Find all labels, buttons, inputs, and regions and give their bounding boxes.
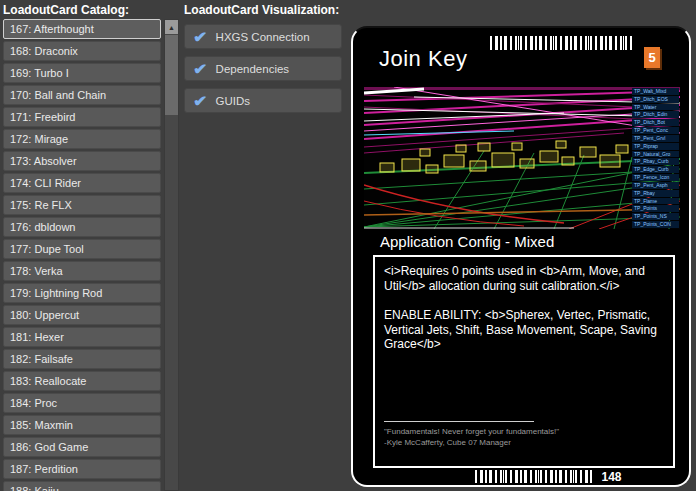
checkmark-icon: ✔ [193,92,207,110]
catalog-item[interactable]: 169: Turbo I [3,63,161,83]
catalog-item[interactable]: 176: dbldown [3,217,161,237]
card-art: TP_Walt_Mixd TP_Ditch_EOS TP_Water TP_Di… [364,87,680,229]
catalog-item[interactable]: 168: Draconix [3,41,161,61]
art-layer-label: TP_Ditch_Edin [632,111,679,118]
visualization-title: LoadoutCard Visualization: [184,3,348,17]
loadout-card-preview: Join Key 5 [351,26,691,487]
toggle-label: GUIDs [216,95,251,107]
art-layer-label: TP_Pent_Grvl [632,135,679,142]
art-layer-label: TP_Walt_Mixd [632,88,679,95]
checkmark-icon: ✔ [193,60,207,78]
catalog-item[interactable]: 173: Absolver [3,151,161,171]
toggle-hxgs-connection[interactable]: ✔ HXGS Connection [184,24,342,49]
catalog-list: 167: Afterthought 168: Draconix 169: Tur… [3,19,179,491]
catalog-item[interactable]: 175: Re FLX [3,195,161,215]
card-footer: 148 [353,469,689,484]
art-layer-label: TP_Points [632,205,679,212]
art-layer-label: TP_Fence_Icon [632,174,679,181]
art-layer-label: TP_Ditch_Bot [632,119,679,126]
catalog-item[interactable]: 171: Freebird [3,107,161,127]
art-layer-label: TP_Pent_Conc [632,127,679,134]
catalog-item[interactable]: 183: Reallocate [3,371,161,391]
catalog-item[interactable]: 174: CLI Rider [3,173,161,193]
catalog-item[interactable]: 185: Maxmin [3,415,161,435]
card-quote-block: "Fundamentals! Never forget your fundame… [384,421,664,448]
art-layer-label: TP_Points_NS [632,213,679,220]
toggle-guids[interactable]: ✔ GUIDs [184,88,342,113]
catalog-item[interactable]: 187: Perdition [3,459,161,479]
toggle-label: HXGS Connection [216,31,310,43]
art-layer-label: TP_Riprap [632,143,679,150]
card-section-title: Application Config - Mixed [380,233,554,250]
card-bottom-barcode [475,470,593,483]
card-quote: "Fundamentals! Never forget your fundame… [384,426,664,437]
catalog-title: LoadoutCard Catalog: [3,3,179,17]
catalog-item[interactable]: 181: Hexer [3,327,161,347]
catalog-item[interactable]: 167: Afterthought [3,19,161,39]
catalog-item[interactable]: 188: Kaiju [3,481,161,491]
scrollbar-thumb[interactable] [165,35,178,115]
card-number: 148 [601,470,621,484]
art-layer-label: TP_Points_CON [632,221,679,228]
card-title: Join Key [379,46,467,72]
card-description: <i>Requires 0 points used in <b>Arm, Mov… [384,264,664,352]
catalog-item[interactable]: 178: Verka [3,261,161,281]
art-layer-label: TP_Edge_Curb [632,166,679,173]
art-layer-label: TP_Natural_Gro [632,151,679,158]
card-top-barcode [490,36,634,50]
scroll-up-icon: ▲ [168,24,175,31]
scroll-up-button[interactable]: ▲ [165,20,178,34]
art-layer-label: TP_Rbay_Curb [632,158,679,165]
catalog-panel: LoadoutCard Catalog: 167: Afterthought 1… [3,3,179,491]
checkmark-icon: ✔ [193,28,207,46]
art-layer-label: TP_Pent_Asph [632,182,679,189]
catalog-item[interactable]: 170: Ball and Chain [3,85,161,105]
catalog-item[interactable]: 180: Uppercut [3,305,161,325]
art-layer-label: TP_Rbay [632,190,679,197]
catalog-item[interactable]: 172: Mirage [3,129,161,149]
catalog-list-items: 167: Afterthought 168: Draconix 169: Tur… [3,19,161,491]
art-layer-label: TP_Water [632,104,679,111]
catalog-item[interactable]: 177: Dupe Tool [3,239,161,259]
art-layer-label: TP_Ditch_EOS [632,96,679,103]
visualization-panel: LoadoutCard Visualization: ✔ HXGS Connec… [184,3,348,113]
catalog-item[interactable]: 186: God Game [3,437,161,457]
toggle-label: Dependencies [216,63,290,75]
card-cost-badge: 5 [644,47,660,68]
quote-divider [384,421,534,422]
card-quote-attribution: -Kyle McCafferty, Cube 07 Manager [384,437,664,448]
catalog-item[interactable]: 179: Lightning Rod [3,283,161,303]
catalog-item[interactable]: 182: Failsafe [3,349,161,369]
catalog-scrollbar[interactable]: ▲ [164,19,179,491]
toggle-dependencies[interactable]: ✔ Dependencies [184,56,342,81]
catalog-item[interactable]: 184: Proc [3,393,161,413]
art-layer-list: TP_Walt_Mixd TP_Ditch_EOS TP_Water TP_Di… [632,88,679,228]
card-description-box: <i>Requires 0 points used in <b>Arm, Mov… [373,255,675,468]
art-layer-label: TP_Flame [632,198,679,205]
